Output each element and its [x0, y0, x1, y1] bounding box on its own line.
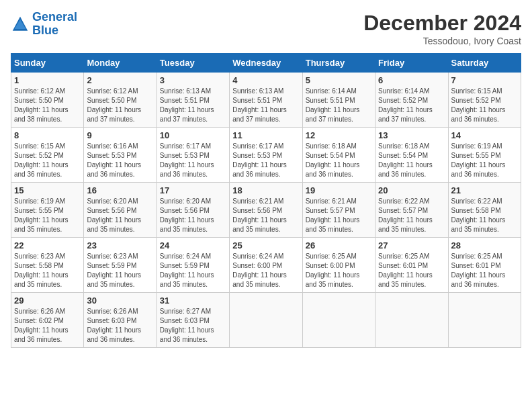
calendar-table: SundayMondayTuesdayWednesdayThursdayFrid… [11, 53, 521, 348]
logo: General Blue [11, 11, 77, 38]
day-detail: Sunrise: 6:16 AM Sunset: 5:53 PM Dayligh… [87, 142, 153, 179]
day-detail: Sunrise: 6:26 AM Sunset: 6:02 PM Dayligh… [14, 307, 81, 345]
day-cell: 22 Sunrise: 6:23 AM Sunset: 5:58 PM Dayl… [11, 238, 84, 293]
col-header-wednesday: Wednesday [230, 54, 302, 73]
day-detail: Sunrise: 6:13 AM Sunset: 5:51 PM Dayligh… [160, 87, 226, 124]
col-header-monday: Monday [84, 54, 157, 73]
day-detail: Sunrise: 6:21 AM Sunset: 5:57 PM Dayligh… [306, 197, 372, 234]
day-detail: Sunrise: 6:22 AM Sunset: 5:57 PM Dayligh… [378, 197, 445, 234]
day-cell: 21 Sunrise: 6:22 AM Sunset: 5:58 PM Dayl… [448, 183, 521, 238]
day-cell: 4 Sunrise: 6:13 AM Sunset: 5:51 PM Dayli… [230, 73, 302, 128]
day-cell: 18 Sunrise: 6:21 AM Sunset: 5:56 PM Dayl… [230, 183, 302, 238]
day-detail: Sunrise: 6:17 AM Sunset: 5:53 PM Dayligh… [232, 142, 299, 179]
day-number: 28 [451, 240, 518, 250]
day-detail: Sunrise: 6:18 AM Sunset: 5:54 PM Dayligh… [306, 142, 372, 179]
day-number: 16 [87, 185, 153, 195]
day-number: 3 [160, 75, 226, 85]
day-detail: Sunrise: 6:23 AM Sunset: 5:59 PM Dayligh… [87, 252, 153, 289]
day-number: 21 [451, 185, 518, 195]
day-number: 5 [306, 75, 372, 85]
day-cell: 1 Sunrise: 6:12 AM Sunset: 5:50 PM Dayli… [11, 73, 84, 128]
day-cell: 9 Sunrise: 6:16 AM Sunset: 5:53 PM Dayli… [84, 128, 157, 183]
col-header-saturday: Saturday [448, 54, 521, 73]
day-detail: Sunrise: 6:25 AM Sunset: 6:00 PM Dayligh… [306, 252, 372, 289]
page-header: General Blue December 2024 Tessodouo, Iv… [11, 11, 521, 46]
day-cell: 20 Sunrise: 6:22 AM Sunset: 5:57 PM Dayl… [375, 183, 448, 238]
week-row-2: 8 Sunrise: 6:15 AM Sunset: 5:52 PM Dayli… [11, 128, 521, 183]
day-cell: 5 Sunrise: 6:14 AM Sunset: 5:51 PM Dayli… [302, 73, 375, 128]
day-detail: Sunrise: 6:18 AM Sunset: 5:54 PM Dayligh… [378, 142, 445, 179]
day-cell: 28 Sunrise: 6:25 AM Sunset: 6:01 PM Dayl… [448, 238, 521, 293]
day-detail: Sunrise: 6:12 AM Sunset: 5:50 PM Dayligh… [14, 87, 81, 124]
day-cell: 7 Sunrise: 6:15 AM Sunset: 5:52 PM Dayli… [448, 73, 521, 128]
day-cell: 14 Sunrise: 6:19 AM Sunset: 5:55 PM Dayl… [448, 128, 521, 183]
day-number: 25 [232, 240, 299, 250]
col-header-tuesday: Tuesday [157, 54, 229, 73]
day-cell: 29 Sunrise: 6:26 AM Sunset: 6:02 PM Dayl… [11, 293, 84, 348]
day-detail: Sunrise: 6:19 AM Sunset: 5:55 PM Dayligh… [14, 197, 81, 234]
day-number: 10 [160, 130, 226, 140]
day-number: 19 [306, 185, 372, 195]
day-cell: 27 Sunrise: 6:25 AM Sunset: 6:01 PM Dayl… [375, 238, 448, 293]
day-number: 24 [160, 240, 226, 250]
title-block: December 2024 Tessodouo, Ivory Coast [363, 11, 521, 46]
day-detail: Sunrise: 6:25 AM Sunset: 6:01 PM Dayligh… [378, 252, 445, 289]
day-number: 15 [14, 185, 81, 195]
day-detail: Sunrise: 6:26 AM Sunset: 6:03 PM Dayligh… [87, 307, 153, 345]
logo-text: General Blue [32, 11, 77, 38]
day-cell [448, 293, 521, 348]
day-number: 14 [451, 130, 518, 140]
week-row-4: 22 Sunrise: 6:23 AM Sunset: 5:58 PM Dayl… [11, 238, 521, 293]
day-detail: Sunrise: 6:14 AM Sunset: 5:52 PM Dayligh… [378, 87, 445, 124]
day-cell: 10 Sunrise: 6:17 AM Sunset: 5:53 PM Dayl… [157, 128, 229, 183]
day-number: 1 [14, 75, 81, 85]
day-detail: Sunrise: 6:17 AM Sunset: 5:53 PM Dayligh… [160, 142, 226, 179]
day-number: 17 [160, 185, 226, 195]
day-detail: Sunrise: 6:13 AM Sunset: 5:51 PM Dayligh… [232, 87, 299, 124]
day-number: 23 [87, 240, 153, 250]
day-number: 8 [14, 130, 81, 140]
day-number: 30 [87, 295, 153, 306]
day-cell: 16 Sunrise: 6:20 AM Sunset: 5:56 PM Dayl… [84, 183, 157, 238]
day-cell: 11 Sunrise: 6:17 AM Sunset: 5:53 PM Dayl… [230, 128, 302, 183]
day-cell: 30 Sunrise: 6:26 AM Sunset: 6:03 PM Dayl… [84, 293, 157, 348]
day-cell: 24 Sunrise: 6:24 AM Sunset: 5:59 PM Dayl… [157, 238, 229, 293]
week-row-3: 15 Sunrise: 6:19 AM Sunset: 5:55 PM Dayl… [11, 183, 521, 238]
day-cell [230, 293, 302, 348]
day-number: 22 [14, 240, 81, 250]
day-detail: Sunrise: 6:12 AM Sunset: 5:50 PM Dayligh… [87, 87, 153, 124]
day-number: 9 [87, 130, 153, 140]
day-number: 26 [306, 240, 372, 250]
day-detail: Sunrise: 6:24 AM Sunset: 6:00 PM Dayligh… [232, 252, 299, 289]
day-number: 7 [451, 75, 518, 85]
day-number: 20 [378, 185, 445, 195]
day-detail: Sunrise: 6:25 AM Sunset: 6:01 PM Dayligh… [451, 252, 518, 289]
day-cell: 26 Sunrise: 6:25 AM Sunset: 6:00 PM Dayl… [302, 238, 375, 293]
day-detail: Sunrise: 6:24 AM Sunset: 5:59 PM Dayligh… [160, 252, 226, 289]
day-cell: 3 Sunrise: 6:13 AM Sunset: 5:51 PM Dayli… [157, 73, 229, 128]
week-row-5: 29 Sunrise: 6:26 AM Sunset: 6:02 PM Dayl… [11, 293, 521, 348]
day-cell: 12 Sunrise: 6:18 AM Sunset: 5:54 PM Dayl… [302, 128, 375, 183]
day-detail: Sunrise: 6:20 AM Sunset: 5:56 PM Dayligh… [160, 197, 226, 234]
col-header-friday: Friday [375, 54, 448, 73]
day-cell: 19 Sunrise: 6:21 AM Sunset: 5:57 PM Dayl… [302, 183, 375, 238]
day-number: 2 [87, 75, 153, 85]
day-cell: 6 Sunrise: 6:14 AM Sunset: 5:52 PM Dayli… [375, 73, 448, 128]
day-number: 18 [232, 185, 299, 195]
day-cell: 8 Sunrise: 6:15 AM Sunset: 5:52 PM Dayli… [11, 128, 84, 183]
day-cell: 23 Sunrise: 6:23 AM Sunset: 5:59 PM Dayl… [84, 238, 157, 293]
logo-icon [11, 15, 30, 34]
day-detail: Sunrise: 6:15 AM Sunset: 5:52 PM Dayligh… [14, 142, 81, 179]
day-number: 29 [14, 295, 81, 306]
logo-line2: Blue [32, 24, 58, 37]
header-row: SundayMondayTuesdayWednesdayThursdayFrid… [11, 54, 521, 73]
day-detail: Sunrise: 6:22 AM Sunset: 5:58 PM Dayligh… [451, 197, 518, 234]
day-number: 27 [378, 240, 445, 250]
day-number: 31 [160, 295, 226, 306]
day-cell: 13 Sunrise: 6:18 AM Sunset: 5:54 PM Dayl… [375, 128, 448, 183]
day-detail: Sunrise: 6:23 AM Sunset: 5:58 PM Dayligh… [14, 252, 81, 289]
day-detail: Sunrise: 6:21 AM Sunset: 5:56 PM Dayligh… [232, 197, 299, 234]
day-detail: Sunrise: 6:15 AM Sunset: 5:52 PM Dayligh… [451, 87, 518, 124]
day-cell: 25 Sunrise: 6:24 AM Sunset: 6:00 PM Dayl… [230, 238, 302, 293]
day-cell: 2 Sunrise: 6:12 AM Sunset: 5:50 PM Dayli… [84, 73, 157, 128]
